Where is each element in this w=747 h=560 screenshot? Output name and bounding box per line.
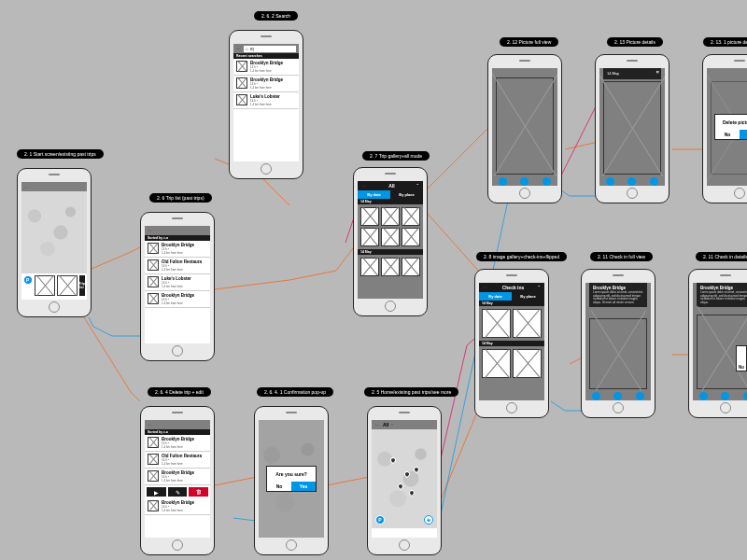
chevron-down-icon[interactable]: ˅ — [391, 423, 393, 427]
thumb[interactable] — [381, 207, 400, 226]
list-item[interactable]: Brooklyn Bridge14 h •1.4 km from here — [145, 498, 210, 515]
no-button[interactable]: No — [715, 130, 740, 139]
phone-picdetail: 14 May× — [595, 54, 669, 203]
thumb[interactable] — [360, 258, 379, 276]
map-pin[interactable] — [408, 489, 416, 497]
header: Check ins — [502, 285, 525, 290]
screen-title-checkfull: 2. 11 Check in full view — [590, 252, 653, 261]
action-icon[interactable] — [743, 392, 747, 400]
delete-button[interactable]: 🗑 — [189, 487, 208, 497]
thumb[interactable] — [402, 207, 420, 226]
place-body: Lorem ipsum dolor sit amet, consectetur … — [593, 291, 643, 304]
action-icon[interactable] — [699, 392, 708, 400]
back-icon[interactable]: ← — [374, 422, 380, 427]
action-icon[interactable] — [592, 392, 600, 400]
screen-title-picfull: 2. 12 Picture full view — [500, 37, 558, 47]
back-icon[interactable]: ← — [483, 285, 488, 290]
phone-checkdet: Brooklyn Bridge×Lorem ipsum dolor sit am… — [688, 269, 747, 418]
thumb[interactable] — [513, 349, 542, 378]
map-badge-p[interactable]: P — [375, 515, 385, 525]
phone-imgcheck: ←Check ins˅ By dateBy place 14 May 14 Ma… — [474, 269, 549, 418]
action-icon[interactable] — [636, 392, 644, 400]
action-icon[interactable] — [721, 392, 729, 400]
partial-modal: No — [736, 345, 747, 371]
map-pin[interactable] — [403, 470, 411, 478]
phone-delete: ← Sorted by z-a Brooklyn Bridge14 h •1.4… — [140, 406, 215, 555]
action-icon[interactable] — [613, 392, 622, 400]
back-icon[interactable]: ← — [361, 183, 367, 189]
list-item[interactable]: Brooklyn Bridge14 h •1.4 km from here — [145, 435, 210, 452]
thumb[interactable] — [381, 228, 400, 246]
thumb[interactable] — [360, 207, 379, 226]
screen-title-picdetail: 2. 13 Picture details — [607, 37, 663, 47]
screen-title-checkdet: 2. 11 Check in details — [696, 252, 747, 261]
back-icon[interactable]: ← — [148, 422, 153, 427]
action-icon[interactable] — [543, 177, 551, 186]
full-image[interactable] — [496, 77, 554, 175]
phone-picdelete: Delete picture? NoYes — [702, 54, 747, 203]
gallery-header[interactable]: All — [388, 183, 394, 189]
list-item[interactable]: Brooklyn Bridge14 h •1.4 km from here — [233, 59, 299, 76]
back-icon[interactable]: ← — [148, 228, 153, 233]
thumb[interactable] — [482, 349, 511, 378]
screen-title-confirm: 2. 6. 4. 1 Confirmation pop-up — [257, 387, 333, 397]
list-item[interactable]: Old Fulton Restaura14 h •1.4 km from her… — [145, 452, 210, 469]
map-pin[interactable] — [389, 456, 397, 464]
chevron-down-icon[interactable]: ˅ — [416, 183, 419, 189]
tab-by-date[interactable]: By date — [479, 292, 512, 301]
search-icon[interactable]: ⌕ — [24, 184, 27, 189]
back-icon[interactable]: ← — [236, 46, 242, 51]
list-item[interactable]: Brooklyn Bridge14 h •1.4 km from here — [145, 241, 210, 258]
modal-message: Delete picture? — [715, 115, 747, 130]
close-icon[interactable]: × — [655, 69, 659, 75]
thumb[interactable] — [482, 309, 511, 338]
header[interactable]: All — [383, 422, 388, 427]
action-icon[interactable] — [520, 177, 529, 186]
tab-by-date[interactable]: By date — [358, 190, 390, 199]
chevron-down-icon[interactable]: ˅ — [538, 285, 541, 290]
full-image[interactable] — [589, 318, 647, 389]
map-badge[interactable]: P — [23, 275, 33, 285]
edit-button[interactable]: ✎ — [168, 487, 188, 497]
screen-title-start: 2. 1 Start screen/existing past trips — [17, 149, 104, 159]
action-icon[interactable] — [627, 177, 636, 186]
screen-title-delete: 2. 6. 4 Delete trip + edit — [148, 387, 211, 397]
list-item[interactable]: Luke's Lobster14 h •1.4 km from here — [145, 274, 210, 291]
modal-message: Are you sure? — [267, 467, 316, 482]
thumb[interactable] — [360, 228, 379, 246]
action-icon[interactable] — [606, 177, 614, 186]
list-item[interactable]: Brooklyn Bridge14 h •1.4 km from here — [145, 469, 210, 485]
action-icon[interactable] — [650, 177, 658, 186]
thumb[interactable] — [381, 258, 400, 276]
search-icon: ⌕ — [246, 46, 248, 51]
thumb[interactable] — [402, 258, 420, 276]
no-button[interactable]: No — [267, 482, 291, 491]
thumb[interactable] — [402, 228, 420, 246]
screen-title-triplist: 2. 6 Trip list (past trips) — [149, 193, 212, 203]
tab-by-place[interactable]: By place — [512, 292, 544, 301]
yes-button[interactable]: Yes — [740, 130, 747, 139]
trip-list-button[interactable]: Trip list — [79, 275, 85, 296]
detail-header: 14 May — [607, 71, 619, 76]
list-item[interactable]: Luke's Lobster14 h •1.4 km from here — [233, 92, 299, 109]
search-input[interactable]: ⌕B| — [244, 46, 296, 52]
phone-homemap: ←All˅ P ⊕ — [367, 406, 442, 555]
phone-confirm: Are you sure? NoYes — [254, 406, 329, 555]
list-item[interactable]: Brooklyn Bridge14 h •1.4 km from here — [233, 76, 299, 92]
screen-title-homemap: 2. 5 Home/existing past trips/see more — [364, 387, 458, 397]
action-icon[interactable] — [499, 177, 507, 186]
thumb[interactable] — [513, 309, 542, 338]
full-image[interactable] — [603, 81, 661, 175]
phone-start: ⌕ P Trip list — [17, 168, 92, 317]
yes-button[interactable]: Yes — [291, 482, 316, 491]
no-button-partial[interactable]: No — [737, 364, 746, 371]
phone-triplist: ← Sorted by z-a Brooklyn Bridge14 h •1.4… — [140, 212, 215, 361]
map-badge-locate[interactable]: ⊕ — [424, 515, 433, 525]
list-item[interactable]: Brooklyn Bridge14 h •1.4 km from here — [145, 291, 210, 308]
map-pin[interactable] — [397, 483, 404, 490]
map-pin[interactable] — [413, 466, 420, 473]
list-item[interactable]: Old Fulton Restaura14 h •1.4 km from her… — [145, 258, 210, 274]
play-button[interactable]: ▶ — [147, 487, 166, 497]
tab-by-place[interactable]: By place — [390, 190, 423, 199]
phone-checkfull: Brooklyn BridgeLorem ipsum dolor sit ame… — [581, 269, 655, 418]
